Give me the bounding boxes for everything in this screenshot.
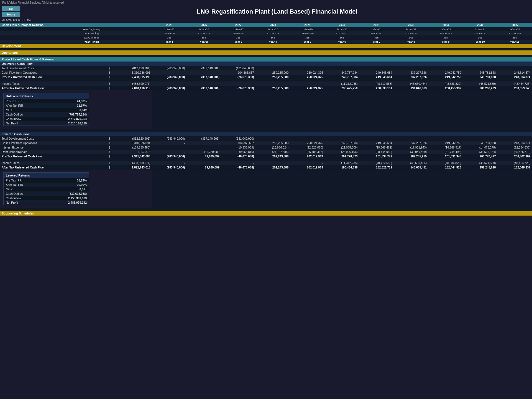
lev-at-2033: 152,444,526 — [428, 165, 463, 170]
lev-dc-2029 — [290, 136, 325, 141]
yb-2028: 1-Jan-28 — [256, 27, 290, 31]
dy-2033: 365 — [428, 35, 463, 40]
ul-tax-2028: - — [256, 81, 290, 86]
ul-at-2028: 250,255,000 — [256, 86, 290, 90]
lev-at-2032: 143,635,451 — [394, 165, 428, 170]
yb-2034: 1-Jan-34 — [463, 27, 498, 31]
lev-tax-label: Income Taxes — [0, 161, 76, 165]
header-area: Top Home LNG Regasification Plant (Land … — [0, 5, 532, 18]
lev-int-2030: (21,085,306) — [325, 145, 359, 150]
home-button[interactable]: Home — [2, 12, 20, 17]
ul-ret-pretax-label: Pre-Tax IRR — [4, 99, 45, 103]
ul-at-2026: (397,140,901) — [186, 86, 221, 90]
supporting-schedules-row: Supporting Schedules — [0, 211, 532, 216]
ul-at-currency: $ — [107, 86, 117, 90]
ul-cfo-2035: 248,514,374 — [497, 70, 532, 75]
lev-at-2030: 190,464,338 — [325, 165, 359, 170]
lev-pt-2032: 189,285,915 — [394, 154, 428, 158]
lev-pt-base: 2,311,442,086 — [117, 154, 152, 158]
ul-tax-2026: - — [186, 81, 221, 86]
yb-2026: 1-Jan-26 — [186, 27, 221, 31]
lev-at-2028: 202,243,588 — [256, 165, 290, 170]
ye-2027: 31-Dec-27 — [221, 31, 256, 35]
levered-returns-box-row: Levered Returns Pre-Tax IRR 38,74% After… — [0, 170, 532, 175]
supporting-schedules-header: Supporting Schedules — [0, 211, 532, 216]
ul-ret-inflow-val: 2,717,870,354 — [45, 117, 89, 121]
yb-2035: 1-Jan-35 — [497, 27, 532, 31]
ul-cfo-2028: 250,255,000 — [256, 70, 290, 75]
yb-2030: 1-Jan-30 — [325, 27, 359, 31]
lev-ret-pretax-val: 38,74% — [45, 178, 89, 183]
lev-debt-row: Debt Issued/Repaid $ 1,907,376 - 456,780… — [0, 150, 532, 154]
unlevered-returns-box-row: Unlevered Returns Pre-Tax IRR 24,33% Aft… — [0, 90, 532, 97]
lev-dc-2027: (131,040,000) — [221, 136, 256, 141]
ul-pt-2031: 249,545,684 — [359, 75, 394, 79]
col-2032: 2032 — [394, 23, 428, 27]
lev-pt-2025: (283,940,000) — [152, 154, 187, 158]
ul-pt-2028: 250,255,000 — [256, 75, 290, 79]
lev-debt-2029: (25,488,362) — [290, 150, 325, 154]
ye-2033: 31-Dec-33 — [428, 31, 463, 35]
ul-ret-netprofit-val: 2,010,116,119 — [45, 121, 89, 126]
col-2034: 2034 — [463, 23, 498, 27]
yp-2027: Year 3 — [221, 40, 256, 44]
lev-at-2031: 152,821,719 — [359, 165, 394, 170]
levered-cf-header-row: Levered Cash Flow — [0, 132, 532, 136]
col-2031: 2031 — [359, 23, 394, 27]
top-button[interactable]: Top — [2, 6, 20, 11]
yp-2032: Year 8 — [394, 40, 428, 44]
ul-tax-currency: $ — [107, 81, 117, 86]
ul-cfo-2029: 250,024,375 — [290, 70, 325, 75]
lev-tax-currency: $ — [107, 161, 117, 165]
lev-pt-2030: 201,776,573 — [325, 154, 359, 158]
lev-tax-2034: (48,521,589) — [463, 161, 498, 165]
lev-debt-2026: 456,780,000 — [186, 150, 221, 154]
lev-ret-inflow-label: Cash Inflow — [4, 196, 45, 200]
lev-cfo-2031: 249,545,684 — [359, 141, 394, 145]
ye-2029: 31-Dec-29 — [290, 31, 325, 35]
lev-int-2032: (17,961,943) — [394, 145, 428, 150]
ul-at-2027: (26,673,333) — [221, 86, 256, 90]
lev-tax-base: (488,699,071) — [117, 161, 152, 165]
lev-debt-currency: $ — [107, 150, 117, 154]
ul-pretax-base: 2,498,815,190 — [117, 75, 152, 79]
lev-dev-costs-label: Total Development Costs — [0, 136, 76, 141]
development-header: Development — [0, 44, 532, 48]
ul-pt-2035: 248,514,374 — [497, 75, 532, 79]
ul-ret-moic-val: 3,84x — [45, 108, 89, 112]
lev-at-2029: 202,012,963 — [290, 165, 325, 170]
dy-2031: 365 — [359, 35, 394, 40]
ul-pt-2027: (26,673,333) — [221, 75, 256, 79]
operations-header: Operations — [0, 50, 532, 55]
lev-int-2033: (16,266,917) — [428, 145, 463, 150]
lev-tax-2026: - — [186, 161, 221, 165]
lev-cfo-2029: 250,024,375 — [290, 141, 325, 145]
ul-tax-2030: (11,312,235) — [325, 81, 359, 86]
dy-2030: 365 — [325, 35, 359, 40]
lev-dev-currency: $ — [107, 136, 117, 141]
lev-ret-inflow-row: Cash Inflow 2,153,361,103 — [4, 196, 89, 200]
lev-debt-2030: (26,926,106) — [325, 150, 359, 154]
lev-cfo-row: Cash Flow from Operations $ 3,310,936,09… — [0, 141, 532, 145]
yp-2031: Year 7 — [359, 40, 394, 44]
lev-ret-aftertax-row: After Tax IRR 36,06% — [4, 183, 89, 187]
lev-tax-2031: (48,712,553) — [359, 161, 394, 165]
col-2030: 2030 — [325, 23, 359, 27]
project-level-row: Project Level Cash Flows & Returns — [0, 57, 532, 62]
lev-aftertax-label: After-Tax Unlevered Cash Flow — [0, 165, 76, 170]
lev-debt-2033: (31,744,495) — [428, 150, 463, 154]
days-in-year-row: Days in Year 365 365 365 366 365 365 365… — [0, 35, 532, 40]
lev-dev-base: (812,120,901) — [117, 136, 152, 141]
ul-pretax-label: Pre-Tax Unlevered Cash Flow — [0, 75, 76, 79]
ul-tax-label: Income Taxes — [0, 81, 76, 86]
year-period-row: Year Period Year 1 Year 2 Year 3 Year 4 … — [0, 40, 532, 44]
lev-pt-2031: 201,534,272 — [359, 154, 394, 158]
unlevered-returns-box: Unlevered Returns Pre-Tax IRR 24,33% Aft… — [3, 93, 89, 126]
ul-dc-2025: (283,940,000) — [152, 66, 187, 70]
lev-debt-label: Debt Issued/Repaid — [0, 150, 76, 154]
lev-dc-2026: (397,140,901) — [186, 136, 221, 141]
lev-ret-inflow-val: 2,153,361,103 — [45, 196, 89, 200]
unlevered-returns-table: Pre-Tax IRR 24,33% After Tax IRR 21,97% … — [4, 99, 89, 126]
project-level-header: Project Level Cash Flows & Returns — [0, 57, 532, 62]
year-ending-row: Year Ending 31-Dec-25 31-Dec-26 31-Dec-2… — [0, 31, 532, 35]
